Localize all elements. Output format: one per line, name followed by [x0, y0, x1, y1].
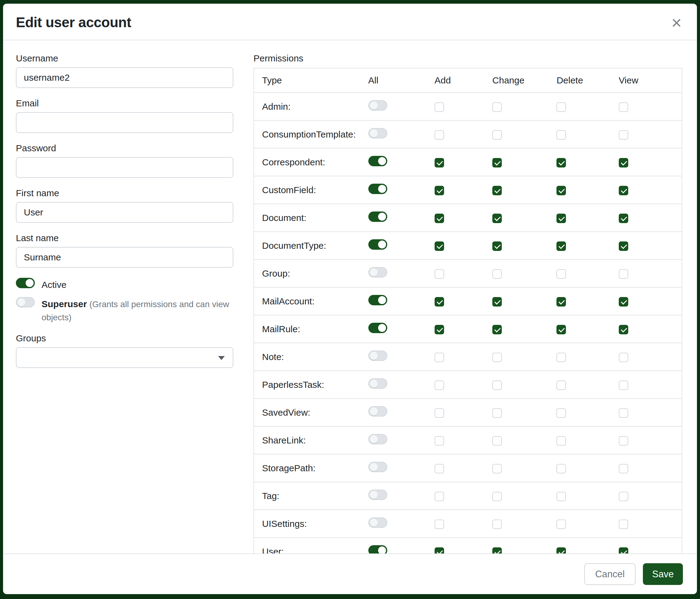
permission-all-toggle[interactable]: [368, 545, 387, 553]
permission-view-checkbox[interactable]: [619, 547, 628, 553]
permission-delete-checkbox[interactable]: [556, 214, 566, 223]
permission-delete-checkbox[interactable]: [556, 158, 566, 167]
permission-all-toggle[interactable]: [368, 128, 387, 139]
permission-view-checkbox[interactable]: [619, 269, 628, 279]
permission-change-checkbox[interactable]: [492, 186, 502, 195]
permission-all-toggle[interactable]: [368, 378, 387, 389]
permission-view-checkbox[interactable]: [619, 353, 628, 362]
permission-delete-checkbox[interactable]: [556, 130, 566, 140]
permission-delete-checkbox[interactable]: [556, 186, 566, 195]
close-icon[interactable]: ×: [670, 15, 683, 30]
permission-all-toggle[interactable]: [368, 184, 387, 194]
permission-delete-checkbox[interactable]: [556, 325, 566, 334]
permission-view-checkbox[interactable]: [619, 102, 628, 112]
permission-all-toggle[interactable]: [368, 518, 387, 528]
permission-add-checkbox[interactable]: [434, 436, 444, 446]
permission-all-toggle[interactable]: [368, 434, 387, 445]
permission-view-checkbox[interactable]: [619, 408, 628, 418]
permission-add-checkbox[interactable]: [434, 408, 444, 418]
permission-add-checkbox[interactable]: [434, 269, 444, 279]
permission-delete-checkbox[interactable]: [556, 381, 566, 390]
permission-view-checkbox[interactable]: [619, 325, 628, 334]
permission-add-checkbox[interactable]: [434, 492, 444, 501]
permission-change-checkbox[interactable]: [492, 269, 502, 279]
permission-view-checkbox[interactable]: [619, 492, 628, 501]
save-button[interactable]: Save: [643, 563, 683, 585]
permission-change-checkbox[interactable]: [492, 520, 502, 529]
permission-change-checkbox[interactable]: [492, 158, 502, 167]
permission-all-toggle[interactable]: [368, 489, 387, 500]
permission-delete-checkbox[interactable]: [556, 241, 566, 251]
permissions-section: Permissions Type All Add Change Delete V…: [253, 53, 682, 553]
permission-add-checkbox[interactable]: [434, 102, 444, 112]
email-field[interactable]: [16, 112, 233, 133]
permission-add-checkbox[interactable]: [434, 241, 444, 251]
permission-change-checkbox[interactable]: [492, 325, 502, 334]
permission-all-toggle[interactable]: [368, 462, 387, 472]
permission-view-checkbox[interactable]: [619, 464, 628, 473]
permission-all-toggle[interactable]: [368, 212, 387, 222]
permission-add-checkbox[interactable]: [434, 186, 444, 195]
permission-change-checkbox[interactable]: [492, 492, 502, 501]
permission-view-checkbox[interactable]: [619, 520, 628, 529]
permission-all-toggle[interactable]: [368, 406, 387, 416]
permission-delete-checkbox[interactable]: [556, 436, 566, 446]
permission-change-checkbox[interactable]: [492, 130, 502, 140]
permission-change-checkbox[interactable]: [492, 214, 502, 223]
first-name-field[interactable]: [16, 202, 233, 223]
permission-add-checkbox[interactable]: [434, 381, 444, 390]
permission-delete-checkbox[interactable]: [556, 269, 566, 279]
permission-change-checkbox[interactable]: [492, 408, 502, 418]
permission-change-checkbox[interactable]: [492, 353, 502, 362]
permission-change-checkbox[interactable]: [492, 381, 502, 390]
permission-add-checkbox[interactable]: [434, 547, 444, 553]
permission-delete-checkbox[interactable]: [556, 297, 566, 307]
password-field[interactable]: [16, 157, 233, 178]
permission-change-checkbox[interactable]: [492, 102, 502, 112]
permission-all-toggle[interactable]: [368, 351, 387, 361]
permission-add-checkbox[interactable]: [434, 214, 444, 223]
permission-delete-checkbox[interactable]: [556, 520, 566, 529]
permission-view-checkbox[interactable]: [619, 214, 628, 223]
permission-row: Tag:: [254, 482, 682, 510]
permission-add-checkbox[interactable]: [434, 520, 444, 529]
permission-row: ShareLink:: [254, 426, 682, 454]
permission-add-checkbox[interactable]: [434, 353, 444, 362]
permission-all-toggle[interactable]: [368, 295, 387, 305]
permission-delete-checkbox[interactable]: [556, 547, 566, 553]
permission-view-checkbox[interactable]: [619, 436, 628, 446]
permission-add-checkbox[interactable]: [434, 325, 444, 334]
permission-change-checkbox[interactable]: [492, 547, 502, 553]
permission-delete-checkbox[interactable]: [556, 102, 566, 112]
cancel-button[interactable]: Cancel: [584, 563, 636, 585]
permission-view-checkbox[interactable]: [619, 381, 628, 390]
permission-view-checkbox[interactable]: [619, 297, 628, 307]
superuser-toggle[interactable]: [16, 297, 35, 308]
permission-view-checkbox[interactable]: [619, 186, 628, 195]
permission-add-checkbox[interactable]: [434, 158, 444, 167]
permission-add-checkbox[interactable]: [434, 464, 444, 473]
permission-delete-checkbox[interactable]: [556, 492, 566, 501]
permission-view-checkbox[interactable]: [619, 241, 628, 251]
permission-view-checkbox[interactable]: [619, 130, 628, 140]
permission-all-toggle[interactable]: [368, 267, 387, 278]
permission-change-checkbox[interactable]: [492, 297, 502, 307]
permission-all-toggle[interactable]: [368, 156, 387, 166]
permission-view-checkbox[interactable]: [619, 158, 628, 167]
permission-delete-checkbox[interactable]: [556, 408, 566, 418]
permission-add-checkbox[interactable]: [434, 297, 444, 307]
username-input[interactable]: [16, 67, 233, 88]
permission-all-toggle[interactable]: [368, 323, 387, 333]
permission-all-toggle[interactable]: [368, 239, 387, 250]
last-name-field[interactable]: [16, 247, 233, 268]
groups-select[interactable]: [16, 347, 233, 368]
permission-add-checkbox[interactable]: [434, 130, 444, 140]
permission-all-toggle[interactable]: [368, 100, 387, 111]
permission-change-checkbox[interactable]: [492, 464, 502, 473]
permission-delete-checkbox[interactable]: [556, 353, 566, 362]
active-toggle[interactable]: [16, 278, 35, 288]
permission-delete-checkbox[interactable]: [556, 464, 566, 473]
permission-change-checkbox[interactable]: [492, 241, 502, 251]
permission-change-checkbox[interactable]: [492, 436, 502, 446]
permissions-tbody: Admin:ConsumptionTemplate:Correspondent:…: [254, 93, 682, 553]
